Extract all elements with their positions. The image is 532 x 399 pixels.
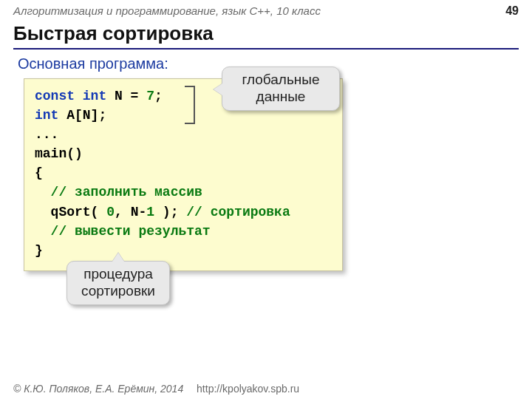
- tok: qSort(: [35, 205, 106, 219]
- title-rule: [13, 48, 519, 50]
- tok: }: [35, 243, 43, 258]
- tok: {: [35, 166, 43, 180]
- tok: N =: [106, 89, 146, 103]
- bracket-icon: [185, 86, 195, 124]
- page-number: 49: [505, 4, 519, 18]
- tok: ...: [35, 127, 58, 142]
- tok-num: 0: [106, 205, 115, 219]
- tok: main(): [35, 146, 83, 161]
- copyright: © К.Ю. Поляков, Е.А. Ерёмин, 2014: [13, 383, 183, 395]
- footer: © К.Ю. Поляков, Е.А. Ерёмин, 2014 http:/…: [13, 383, 299, 395]
- tok: [35, 185, 51, 200]
- tok: );: [154, 205, 186, 219]
- tok-cmt: // заполнить массив: [51, 185, 202, 200]
- tok-num: 7: [146, 89, 154, 103]
- tok: , N-: [115, 205, 146, 219]
- header: Алгоритмизация и программирование, язык …: [0, 0, 532, 19]
- tok-kw: const int: [35, 89, 106, 103]
- tok-cmt: // вывести результат: [51, 224, 211, 239]
- tok-kw: int: [35, 108, 58, 123]
- callout-proc: процедура сортировки: [66, 261, 170, 305]
- tok-num: 1: [146, 205, 154, 219]
- callout-global: глобальные данные: [222, 66, 340, 111]
- footer-url: http://kpolyakov.spb.ru: [197, 383, 299, 395]
- tok: [35, 224, 51, 239]
- callout-text: процедура сортировки: [81, 266, 155, 299]
- tok-cmt: // сортировка: [186, 205, 290, 219]
- tok: ;: [154, 89, 163, 103]
- callout-text: глобальные данные: [242, 72, 319, 104]
- course-title: Алгоритмизация и программирование, язык …: [13, 4, 321, 17]
- tok: A[N];: [58, 108, 106, 123]
- page-title: Быстрая сортировка: [0, 19, 532, 47]
